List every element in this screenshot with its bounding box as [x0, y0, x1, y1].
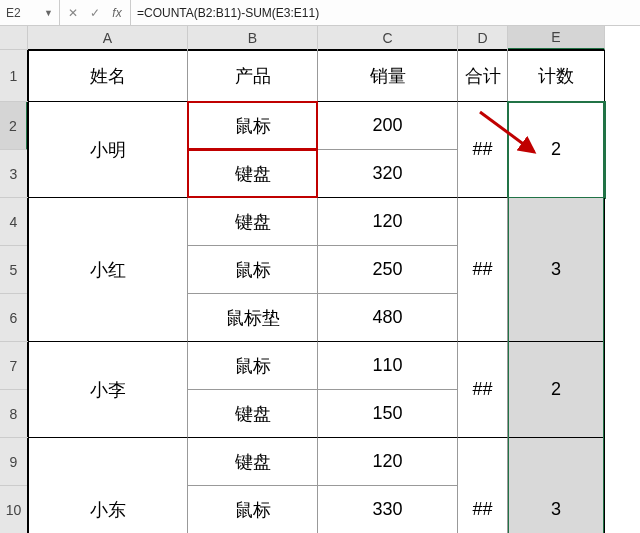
cell-D9[interactable]: ## — [458, 438, 508, 533]
cell-B3[interactable]: 键盘 — [188, 150, 318, 198]
col-header-A[interactable]: A — [28, 26, 188, 50]
select-all-corner[interactable] — [0, 26, 28, 50]
col-header-E[interactable]: E — [508, 26, 605, 50]
cell-A9[interactable]: 小东 — [28, 438, 188, 533]
cancel-icon[interactable]: ✕ — [66, 6, 80, 20]
cell-B6[interactable]: 鼠标垫 — [188, 294, 318, 342]
row-header-8[interactable]: 8 — [0, 390, 28, 438]
row-header-6[interactable]: 6 — [0, 294, 28, 342]
col-header-B[interactable]: B — [188, 26, 318, 50]
cell-E4[interactable]: 3 — [508, 198, 605, 342]
row-header-7[interactable]: 7 — [0, 342, 28, 390]
cell-E9[interactable]: 3 — [508, 438, 605, 533]
row-header-2[interactable]: 2 — [0, 102, 28, 150]
cell-B1[interactable]: 产品 — [188, 50, 318, 102]
chevron-down-icon[interactable]: ▼ — [44, 8, 53, 18]
cell-B10[interactable]: 鼠标 — [188, 486, 318, 533]
cell-C1[interactable]: 销量 — [318, 50, 458, 102]
cell-E1[interactable]: 计数 — [508, 50, 605, 102]
cell-D1[interactable]: 合计 — [458, 50, 508, 102]
cell-C8[interactable]: 150 — [318, 390, 458, 438]
cell-C2[interactable]: 200 — [318, 102, 458, 150]
enter-icon[interactable]: ✓ — [88, 6, 102, 20]
row-header-5[interactable]: 5 — [0, 246, 28, 294]
cell-A1[interactable]: 姓名 — [28, 50, 188, 102]
cell-C9[interactable]: 120 — [318, 438, 458, 486]
row-header-4[interactable]: 4 — [0, 198, 28, 246]
cell-A4[interactable]: 小红 — [28, 198, 188, 342]
cell-B2[interactable]: 鼠标 — [188, 102, 318, 150]
formula-input[interactable]: =COUNTA(B2:B11)-SUM(E3:E11) — [131, 6, 640, 20]
cell-B8[interactable]: 键盘 — [188, 390, 318, 438]
fx-icon[interactable]: fx — [110, 6, 124, 20]
row-header-3[interactable]: 3 — [0, 150, 28, 198]
formula-bar: E2 ▼ ✕ ✓ fx =COUNTA(B2:B11)-SUM(E3:E11) — [0, 0, 640, 26]
row-header-9[interactable]: 9 — [0, 438, 28, 486]
cell-B5[interactable]: 鼠标 — [188, 246, 318, 294]
cell-B9[interactable]: 键盘 — [188, 438, 318, 486]
row-header-1[interactable]: 1 — [0, 50, 28, 102]
cell-C7[interactable]: 110 — [318, 342, 458, 390]
cell-C3[interactable]: 320 — [318, 150, 458, 198]
cell-E7[interactable]: 2 — [508, 342, 605, 438]
cell-D7[interactable]: ## — [458, 342, 508, 438]
col-header-D[interactable]: D — [458, 26, 508, 50]
cell-B7[interactable]: 鼠标 — [188, 342, 318, 390]
cell-C5[interactable]: 250 — [318, 246, 458, 294]
cell-E2[interactable]: 2 — [508, 102, 605, 198]
col-header-C[interactable]: C — [318, 26, 458, 50]
red-highlight-B3 — [187, 149, 318, 198]
name-box-value: E2 — [6, 6, 21, 20]
cell-C4[interactable]: 120 — [318, 198, 458, 246]
cell-B4[interactable]: 键盘 — [188, 198, 318, 246]
cell-C6[interactable]: 480 — [318, 294, 458, 342]
cell-D4[interactable]: ## — [458, 198, 508, 342]
cell-C10[interactable]: 330 — [318, 486, 458, 533]
red-highlight-B2 — [187, 101, 318, 150]
row-header-10[interactable]: 10 — [0, 486, 28, 533]
cell-A7[interactable]: 小李 — [28, 342, 188, 438]
worksheet-grid[interactable]: A B C D E 1姓名产品销量合计计数2小明鼠标200##23键盘3204小… — [0, 26, 640, 533]
cell-A2[interactable]: 小明 — [28, 102, 188, 198]
cell-D2[interactable]: ## — [458, 102, 508, 198]
name-box[interactable]: E2 ▼ — [0, 0, 60, 25]
formula-bar-buttons: ✕ ✓ fx — [60, 0, 131, 25]
